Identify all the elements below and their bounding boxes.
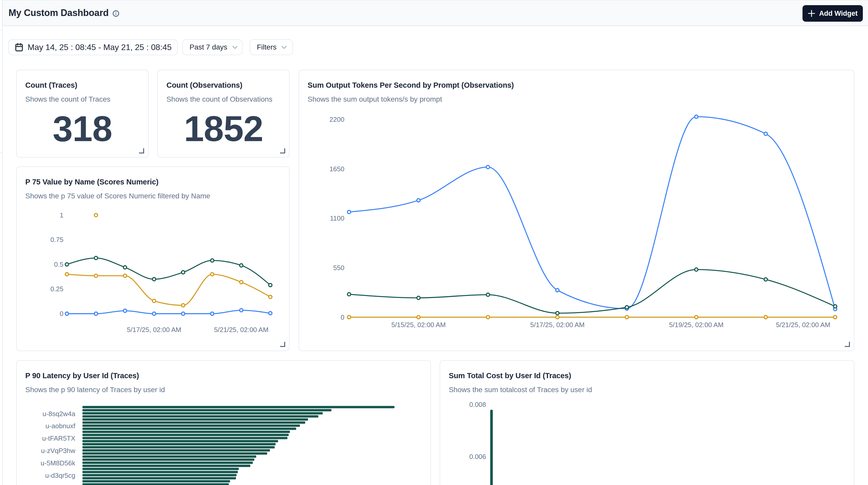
- chevron-down-icon: [231, 43, 239, 51]
- chevron-down-icon: [281, 43, 288, 51]
- axis-tick-label: 0: [60, 310, 63, 317]
- dot-series-blue: [486, 165, 490, 169]
- dot-series-teal: [152, 278, 156, 281]
- date-range-picker[interactable]: May 14, 25 : 08:45 - May 21, 25 : 08:45: [8, 39, 178, 55]
- dot-series-gold: [556, 315, 559, 319]
- axis-tick-label: 550: [333, 264, 344, 271]
- widget-p75-scores: P 75 Value by Name (Scores Numeric) Show…: [16, 166, 289, 351]
- axis-tick-label: 1: [60, 211, 63, 219]
- widget-p90-latency: P 90 Latency by User Id (Traces) Shows t…: [16, 360, 431, 485]
- dot-series-blue: [65, 312, 69, 315]
- dot-series-gold: [417, 315, 420, 319]
- dot-series-gold: [123, 274, 127, 278]
- dot-series-blue: [556, 289, 559, 292]
- resize-handle-icon[interactable]: [845, 342, 850, 347]
- sidebar-divider: [0, 30, 3, 30]
- latency-bar: [83, 465, 250, 467]
- widget-count-observations: Count (Observations) Shows the count of …: [157, 70, 289, 158]
- axis-tick-label: u-zVqP3hw: [41, 447, 75, 455]
- dot-series-blue: [240, 309, 243, 312]
- axis-tick-label: u-5M8D56k: [41, 459, 75, 467]
- latency-bar: [83, 455, 256, 458]
- dot-series-blue: [152, 312, 156, 315]
- dot-series-teal: [269, 283, 272, 287]
- line-chart-p75: 00.250.50.7515/17/25, 02:00 AM5/21/25, 0…: [17, 167, 290, 352]
- dot-series-gold: [94, 274, 98, 278]
- dot-series-teal: [94, 256, 98, 260]
- latency-bar: [83, 421, 305, 424]
- latency-bar: [83, 480, 230, 482]
- dot-series-gold: [211, 273, 214, 276]
- line-series-teal: [349, 269, 835, 313]
- axis-tick-label: u-tFAR5TX: [42, 434, 75, 442]
- dot-series-gold-single-point: [94, 214, 98, 217]
- dot-series-blue: [211, 312, 214, 315]
- dot-series-teal: [240, 264, 243, 267]
- dot-series-teal: [123, 266, 127, 269]
- latency-bar: [83, 409, 332, 411]
- dot-series-gold: [65, 273, 69, 276]
- axis-tick-label: 0.008: [469, 401, 486, 408]
- resize-handle-icon[interactable]: [139, 148, 144, 153]
- axis-tick-label: u-8sq2w4a: [42, 410, 75, 417]
- dot-series-gold: [764, 315, 768, 319]
- dashboard-page: My Custom Dashboard Add Widget May 14, 2…: [0, 0, 868, 485]
- dot-series-teal: [694, 268, 698, 271]
- line-series-gold: [67, 274, 270, 305]
- sidebar-divider: [0, 152, 3, 153]
- dot-series-blue: [123, 309, 127, 313]
- cost-bar: [490, 410, 493, 485]
- latency-bar: [83, 477, 236, 479]
- range-preset-select[interactable]: Past 7 days: [182, 39, 243, 55]
- axis-tick-label: 1100: [330, 214, 344, 222]
- page-header: [3, 0, 868, 26]
- info-icon[interactable]: [113, 10, 119, 17]
- axis-tick-label: 5/17/25, 02:00 AM: [530, 321, 585, 329]
- add-widget-label: Add Widget: [819, 9, 858, 18]
- big-number-value: 318: [17, 100, 148, 157]
- dot-series-gold: [347, 315, 351, 319]
- dot-series-teal: [417, 296, 420, 300]
- axis-tick-label: 5/21/25, 02:00 AM: [776, 321, 830, 329]
- axis-tick-label: u-8fVa9T3: [44, 484, 75, 485]
- dot-series-teal: [764, 278, 768, 281]
- widget-total-cost: Sum Total Cost by User Id (Traces) Shows…: [440, 360, 854, 485]
- axis-tick-label: 0.5: [54, 261, 63, 268]
- dot-series-teal: [625, 305, 628, 309]
- widget-title: Count (Observations): [166, 81, 242, 90]
- page-title-row: My Custom Dashboard: [8, 0, 119, 26]
- axis-tick-label: 2200: [329, 115, 344, 123]
- dot-series-blue: [269, 312, 272, 315]
- bar-chart-cost: 0.0080.006: [440, 361, 854, 485]
- dot-series-gold: [269, 295, 272, 299]
- plus-icon: [808, 9, 815, 17]
- latency-bar: [83, 471, 238, 473]
- dot-series-gold: [625, 315, 628, 319]
- dot-series-blue: [764, 132, 768, 135]
- page-title: My Custom Dashboard: [8, 7, 108, 18]
- axis-tick-label: 5/19/25, 02:00 AM: [669, 321, 723, 329]
- resize-handle-icon[interactable]: [280, 148, 285, 153]
- line-series-blue: [349, 117, 835, 309]
- axis-tick-label: 5/21/25, 02:00 AM: [214, 326, 269, 334]
- dot-series-teal: [182, 271, 185, 274]
- axis-tick-label: 0.25: [50, 285, 63, 293]
- add-widget-button[interactable]: Add Widget: [803, 5, 863, 22]
- dot-series-gold: [240, 281, 243, 284]
- dot-series-gold: [152, 299, 156, 303]
- latency-bar: [83, 427, 296, 430]
- resize-handle-icon[interactable]: [280, 342, 285, 347]
- filters-button[interactable]: Filters: [250, 39, 293, 55]
- dot-series-blue: [94, 312, 98, 315]
- calendar-icon: [15, 43, 24, 52]
- dot-series-teal: [833, 305, 837, 308]
- axis-tick-label: 5/17/25, 02:00 AM: [127, 326, 181, 334]
- latency-bar: [83, 440, 278, 442]
- widget-title: Count (Traces): [25, 81, 78, 90]
- latency-bar: [83, 458, 254, 461]
- latency-bar: [83, 430, 290, 433]
- axis-tick-label: 0.75: [50, 236, 63, 244]
- line-chart-tokens: 05501100165022005/15/25, 02:00 AM5/17/25…: [299, 70, 855, 352]
- axis-tick-label: 0.006: [469, 453, 486, 460]
- latency-bar: [83, 446, 275, 448]
